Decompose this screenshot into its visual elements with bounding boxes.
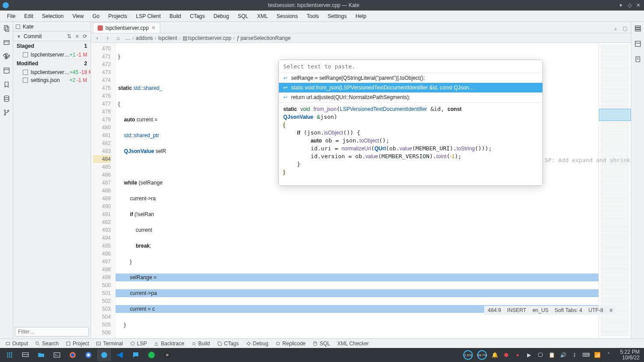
menu-ctags[interactable]: CTags xyxy=(186,12,209,21)
menu-build[interactable]: Build xyxy=(165,12,186,21)
paste-option[interactable]: ↩return url.adjusted(QUrl::NormalizePath… xyxy=(279,92,542,102)
bottom-lsp[interactable]: LSP xyxy=(127,341,150,347)
cpu-gauge[interactable]: 2.0% xyxy=(463,350,473,360)
paste-filter-input[interactable] xyxy=(279,60,542,73)
bottom-terminal[interactable]: Terminal xyxy=(93,341,125,347)
git-icon[interactable] xyxy=(3,53,11,60)
paste-option-selected[interactable]: ↩static void from_json(LSPVersionedTextD… xyxy=(279,83,542,92)
menu-help[interactable]: Help xyxy=(351,12,371,21)
filesystem-icon[interactable] xyxy=(3,39,11,46)
preview-icon[interactable] xyxy=(634,40,642,49)
spotify-icon[interactable] xyxy=(144,349,158,361)
menu-xml[interactable]: XML xyxy=(253,12,272,21)
refresh-icon[interactable]: ⟳ xyxy=(82,33,88,39)
new-tab-icon[interactable]: ＋ xyxy=(613,25,618,33)
commit-button[interactable]: Commit xyxy=(24,33,42,39)
list-icon[interactable]: ≡ xyxy=(74,33,80,39)
konsole-icon[interactable] xyxy=(50,349,64,361)
staged-label: Staged xyxy=(17,43,34,49)
menu-view[interactable]: View xyxy=(68,12,88,21)
nav-back-icon[interactable]: ‹ xyxy=(94,35,101,42)
notifications-icon[interactable]: 🔔 xyxy=(491,351,498,358)
clock[interactable]: 5:22 PM 10/6/22 xyxy=(620,349,640,361)
paste-option[interactable]: ↩selRange = selRange[QStringLiteral("par… xyxy=(279,73,542,83)
clipboard-icon[interactable]: 📋 xyxy=(548,351,555,358)
database-icon[interactable] xyxy=(3,95,11,103)
code-editor[interactable]: 4704714724734744754764774784794804814824… xyxy=(91,43,631,338)
play-icon[interactable]: ▶ xyxy=(525,351,532,358)
mem-gauge[interactable]: 58.7% xyxy=(477,350,487,360)
obs-icon[interactable] xyxy=(160,349,174,361)
menu-debug[interactable]: Debug xyxy=(209,12,233,21)
gitbranch-icon[interactable] xyxy=(3,109,11,117)
menu-tools[interactable]: Tools xyxy=(303,12,324,21)
bottom-output[interactable]: Output xyxy=(3,341,31,347)
window-close-icon[interactable]: ✕ xyxy=(635,2,641,8)
menu-projects[interactable]: Projects xyxy=(104,12,131,21)
bottom-ctags[interactable]: CTags xyxy=(215,341,242,347)
bottom-backtrace[interactable]: Backtrace xyxy=(151,341,187,347)
documents-icon[interactable] xyxy=(3,25,11,32)
file-tab[interactable]: lspclientserver.cpp ✕ xyxy=(93,22,160,33)
modified-item[interactable]: lspclientserver… +45 -18 M xyxy=(13,68,91,76)
bottom-sql[interactable]: SQL xyxy=(310,341,333,347)
symbols-icon[interactable] xyxy=(634,25,642,34)
cursor-position[interactable]: 484:9 xyxy=(488,307,501,313)
volume-icon[interactable]: 🔊 xyxy=(560,351,567,358)
file-manager-icon[interactable] xyxy=(34,349,48,361)
minimap[interactable] xyxy=(598,43,631,338)
firefox-icon[interactable] xyxy=(66,349,80,361)
nav-forward-icon[interactable]: › xyxy=(104,35,111,42)
staged-item[interactable]: lspclientserver… +1 -1 M xyxy=(13,51,91,59)
tab-close-icon[interactable]: ✕ xyxy=(151,25,155,31)
chevron-up-icon[interactable]: ˄ xyxy=(605,351,612,358)
menu-lsp[interactable]: LSP Client xyxy=(132,12,165,21)
sort-icon[interactable]: ⇅ xyxy=(66,33,72,39)
breadcrumb[interactable]: …› addons› lspclient› ▤ lspclientserver.… xyxy=(125,35,291,41)
modified-header[interactable]: Modified 2 xyxy=(13,59,91,68)
window-maximize-icon[interactable]: ◇ xyxy=(626,2,633,8)
menu-selection[interactable]: Selection xyxy=(38,12,68,21)
bottom-search[interactable]: Search xyxy=(32,341,61,347)
kate-icon[interactable] xyxy=(97,349,111,361)
desktop-switcher-icon[interactable] xyxy=(18,349,32,361)
menu-go[interactable]: Go xyxy=(88,12,104,21)
bottom-debug[interactable]: Debug xyxy=(243,341,271,347)
menu-sql[interactable]: SQL xyxy=(233,12,253,21)
menu-edit[interactable]: Edit xyxy=(20,12,38,21)
bookmark-icon[interactable] xyxy=(3,81,11,89)
nav-home-icon[interactable]: ⌂ xyxy=(115,35,122,42)
filter-input[interactable] xyxy=(15,327,89,337)
monitor-icon[interactable]: 🖵 xyxy=(537,351,544,358)
wifi-icon[interactable]: 📶 xyxy=(594,351,601,358)
shield-icon[interactable]: ⬢ xyxy=(503,351,510,358)
spell-lang[interactable]: en_US xyxy=(532,307,549,313)
record-icon[interactable]: ● xyxy=(514,351,521,358)
vscode-icon[interactable] xyxy=(113,349,127,361)
menu-sessions[interactable]: Sessions xyxy=(272,12,303,21)
chat-icon[interactable] xyxy=(129,349,143,361)
bottom-xml[interactable]: XML Checker xyxy=(334,341,371,347)
window-minimize-icon[interactable]: ▾ xyxy=(618,2,624,8)
bottom-build[interactable]: Build xyxy=(189,341,213,347)
app-launcher-icon[interactable] xyxy=(3,349,17,361)
editor-mode[interactable]: INSERT xyxy=(507,307,526,313)
snippets-icon[interactable] xyxy=(634,55,642,64)
bottom-project[interactable]: Project xyxy=(63,341,91,347)
panel-header: Kate xyxy=(13,22,91,32)
bluetooth-icon[interactable]: ᛒ xyxy=(571,351,578,358)
menu-icon[interactable]: ≡ xyxy=(609,307,612,313)
chromium-icon[interactable] xyxy=(81,349,95,361)
split-icon[interactable]: ▢ xyxy=(623,25,627,33)
menu-settings[interactable]: Settings xyxy=(324,12,351,21)
staged-header[interactable]: Staged 1 xyxy=(13,41,91,51)
indent-mode[interactable]: Soft Tabs: 4 xyxy=(555,307,582,313)
keyboard-icon[interactable]: ⌨ xyxy=(582,351,589,358)
projects-icon[interactable] xyxy=(3,67,11,75)
menu-file[interactable]: File xyxy=(3,12,20,21)
minimap-viewport[interactable] xyxy=(599,109,631,121)
bottom-replicode[interactable]: Replicode xyxy=(273,341,308,347)
chevron-down-icon[interactable]: ▾ xyxy=(16,33,22,39)
modified-item[interactable]: settings.json +2 -1 M xyxy=(13,76,91,84)
encoding[interactable]: UTF-8 xyxy=(588,307,603,313)
